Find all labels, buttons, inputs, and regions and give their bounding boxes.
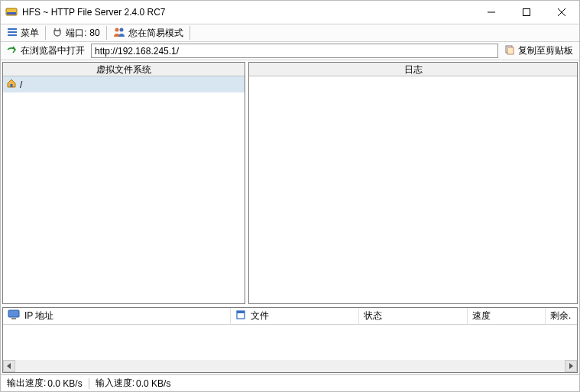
close-button[interactable] xyxy=(544,1,579,24)
column-remain[interactable]: 剩余. xyxy=(546,308,577,324)
window-title: HFS ~ HTTP File Server 2.4.0 RC7 xyxy=(22,7,474,18)
separator xyxy=(190,26,190,40)
separator xyxy=(106,26,107,40)
toolbar: 菜单 端口: 80 您在简易模式 xyxy=(1,24,579,42)
open-in-browser-button[interactable]: 在浏览器中打开 xyxy=(2,44,89,59)
column-ip-label: IP 地址 xyxy=(24,309,53,322)
svg-rect-12 xyxy=(507,47,514,54)
url-input[interactable] xyxy=(91,44,498,58)
column-file[interactable]: 文件 xyxy=(231,308,359,324)
svg-rect-17 xyxy=(237,311,245,313)
column-speed-label: 速度 xyxy=(472,309,491,322)
menu-label: 菜单 xyxy=(21,27,39,40)
svg-line-5 xyxy=(558,8,565,16)
svg-line-4 xyxy=(558,8,565,16)
open-label: 在浏览器中打开 xyxy=(21,44,85,57)
copy-icon xyxy=(504,44,515,57)
column-status-label: 状态 xyxy=(364,309,382,322)
log-body[interactable] xyxy=(249,76,577,303)
grid-body[interactable] xyxy=(3,325,577,360)
log-panel: 日志 xyxy=(248,62,578,304)
tree-root-label: / xyxy=(20,79,22,90)
mode-button[interactable]: 您在简易模式 xyxy=(109,25,188,40)
tree-root-item[interactable]: / xyxy=(3,76,245,92)
separator xyxy=(45,26,46,40)
column-speed[interactable]: 速度 xyxy=(468,308,546,324)
port-value: 80 xyxy=(89,28,99,38)
in-label: 输入速度: xyxy=(96,377,134,390)
status-in-speed: 输入速度: 0.0 KB/s xyxy=(92,377,174,390)
svg-point-9 xyxy=(115,28,118,31)
minimize-button[interactable] xyxy=(474,1,509,24)
copy-label: 复制至剪贴板 xyxy=(518,44,573,57)
out-value: 0.0 KB/s xyxy=(47,378,82,389)
scroll-right-arrow[interactable] xyxy=(565,360,577,372)
titlebar: HFS ~ HTTP File Server 2.4.0 RC7 xyxy=(1,1,579,24)
column-ip[interactable]: IP 地址 xyxy=(3,308,231,324)
app-icon xyxy=(5,6,18,18)
scroll-left-arrow[interactable] xyxy=(3,360,15,372)
file-icon xyxy=(235,309,246,322)
column-status[interactable]: 状态 xyxy=(359,308,468,324)
plug-icon xyxy=(52,27,63,40)
connections-grid: IP 地址 文件 状态 速度 剩余. xyxy=(2,307,578,373)
column-remain-label: 剩余. xyxy=(550,309,571,322)
horizontal-scrollbar[interactable] xyxy=(3,360,577,372)
vfs-tree[interactable]: / xyxy=(3,76,245,303)
maximize-button[interactable] xyxy=(509,1,544,24)
svg-rect-3 xyxy=(523,9,530,16)
main-area: 虚拟文件系统 / 日志 xyxy=(1,60,579,306)
svg-rect-8 xyxy=(8,34,17,36)
users-icon xyxy=(113,27,125,40)
grid-header-row: IP 地址 文件 状态 速度 剩余. xyxy=(3,308,577,325)
svg-rect-6 xyxy=(8,28,17,30)
log-header: 日志 xyxy=(249,63,577,76)
vfs-panel: 虚拟文件系统 / xyxy=(2,62,245,304)
open-icon xyxy=(7,44,18,57)
port-label: 端口: xyxy=(66,27,86,40)
monitor-icon xyxy=(8,309,20,322)
svg-point-10 xyxy=(119,28,123,31)
svg-rect-1 xyxy=(7,12,16,15)
svg-rect-15 xyxy=(11,318,16,319)
svg-rect-7 xyxy=(8,31,17,33)
scroll-track[interactable] xyxy=(15,360,565,372)
home-icon xyxy=(6,78,17,91)
copy-to-clipboard-button[interactable]: 复制至剪贴板 xyxy=(500,44,578,59)
menu-icon xyxy=(7,27,18,40)
status-bar: 输出速度: 0.0 KB/s 输入速度: 0.0 KB/s xyxy=(1,374,579,391)
in-value: 0.0 KB/s xyxy=(136,378,170,389)
port-button[interactable]: 端口: 80 xyxy=(47,25,105,40)
svg-rect-13 xyxy=(11,84,13,87)
mode-label: 您在简易模式 xyxy=(128,27,183,40)
svg-rect-14 xyxy=(8,310,19,317)
status-out-speed: 输出速度: 0.0 KB/s xyxy=(4,377,86,390)
menu-button[interactable]: 菜单 xyxy=(2,25,44,40)
address-bar: 在浏览器中打开 复制至剪贴板 xyxy=(1,42,579,60)
separator xyxy=(89,378,89,389)
column-file-label: 文件 xyxy=(251,309,269,322)
vfs-header: 虚拟文件系统 xyxy=(3,63,245,76)
out-label: 输出速度: xyxy=(7,377,46,390)
